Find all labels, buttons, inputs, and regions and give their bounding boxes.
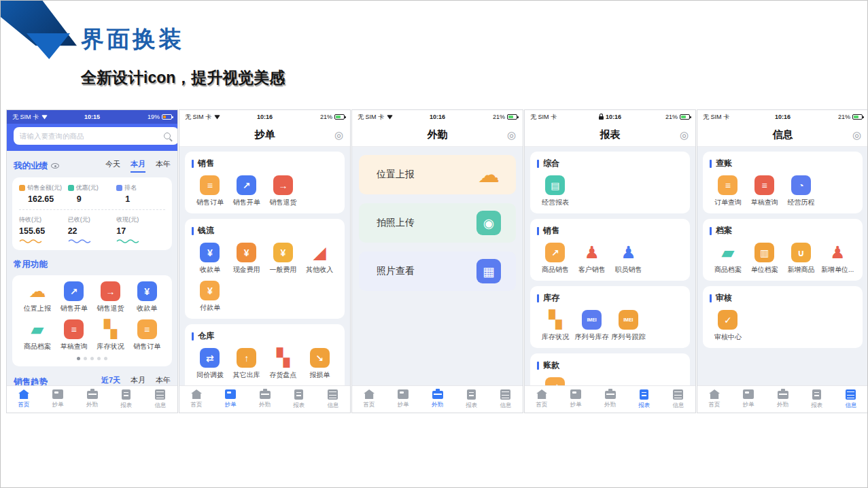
tab-orders[interactable]: 抄单	[386, 386, 420, 413]
menu-item[interactable]: ◢其他收入	[301, 243, 338, 275]
imei-track-icon: IMEI	[619, 310, 638, 330]
quick-item[interactable]: ☁位置上报	[19, 281, 56, 313]
tab-field[interactable]: 外勤	[247, 386, 281, 413]
tab-info[interactable]: 信息	[489, 386, 523, 413]
quick-item[interactable]: →销售退货	[92, 281, 129, 313]
settings-gear-icon[interactable]: ◎	[507, 129, 516, 141]
menu-item[interactable]: ⇄同价调拨	[192, 348, 228, 380]
menu-item[interactable]: ¥一般费用	[265, 243, 302, 275]
quick-item[interactable]: ▚库存状况	[92, 319, 129, 351]
tab-orders[interactable]: 抄单	[731, 386, 765, 413]
tab-field[interactable]: 外勤	[75, 386, 109, 413]
tab-home[interactable]: 首页	[352, 386, 386, 413]
tab-reports[interactable]: 报表	[455, 386, 489, 413]
wifi-icon	[387, 115, 393, 120]
quick-item[interactable]: ≡销售订单	[128, 319, 165, 351]
report-icon	[812, 389, 821, 400]
tab-this-year[interactable]: 本年	[156, 159, 171, 173]
briefcase-icon	[778, 391, 788, 399]
tab-reports[interactable]: 报表	[109, 386, 143, 413]
quick-item[interactable]: ≡草稿查询	[56, 319, 92, 351]
tab-orders[interactable]: 抄单	[559, 386, 593, 413]
menu-item[interactable]: ✓审核中心	[710, 310, 746, 342]
report-icon	[467, 389, 476, 400]
group-card-sales: 销售 ≡销售订单 ↗销售开单 →销售退货	[185, 152, 345, 213]
tab-field[interactable]: 外勤	[593, 386, 627, 413]
menu-item[interactable]: ♟新增单位...	[819, 243, 856, 275]
tab-field[interactable]: 外勤	[765, 386, 799, 413]
search-icon[interactable]	[164, 133, 171, 139]
stat-received: 已收(元) 22	[68, 215, 117, 244]
menu-item[interactable]: ≡订单查询	[710, 175, 746, 207]
tab-orders[interactable]: 抄单	[41, 386, 75, 413]
pagination-dots[interactable]	[19, 357, 165, 360]
battery-icon	[334, 114, 345, 120]
settings-gear-icon[interactable]: ◎	[680, 129, 689, 141]
battery-icon	[507, 114, 517, 120]
banner-photo-upload[interactable]: 拍照上传 ◉	[359, 203, 516, 243]
settings-gear-icon[interactable]: ◎	[334, 129, 343, 141]
return-arrow-icon: →	[101, 281, 120, 301]
tab-home[interactable]: 首页	[525, 386, 559, 413]
menu-item[interactable]: ↗销售开单	[228, 175, 265, 207]
menu-item[interactable]: ♟客户销售	[574, 243, 610, 275]
group-title: 库存	[537, 292, 683, 304]
tab-home[interactable]: 首页	[7, 386, 41, 413]
quick-item[interactable]: ▰商品档案	[19, 319, 56, 351]
corner-decoration-triangle	[27, 33, 70, 59]
menu-item[interactable]: ↑其它出库	[228, 348, 265, 380]
tab-info[interactable]: 信息	[661, 386, 695, 413]
menu-item[interactable]: ↘报损单	[301, 348, 338, 380]
menu-item[interactable]: ▰商品档案	[710, 243, 746, 275]
menu-item[interactable]: ▚存货盘点	[265, 348, 302, 380]
draft-box-icon: ≡	[754, 175, 774, 195]
status-bar: 无 SIM 卡 10:16 21%	[525, 110, 695, 124]
tab-field[interactable]: 外勤	[420, 386, 454, 413]
menu-item[interactable]: ¥现金费用	[228, 243, 265, 275]
menu-item[interactable]: ◔经营历程	[783, 175, 820, 207]
tab-reports[interactable]: 报表	[627, 386, 661, 413]
menu-item[interactable]: ▤经营报表	[537, 175, 574, 207]
tab-home[interactable]: 首页	[697, 386, 731, 413]
stat-receivable: 待收(元) 155.65	[19, 215, 68, 244]
menu-item[interactable]: ▥单位档案	[746, 243, 783, 275]
eye-icon[interactable]	[51, 163, 59, 169]
tab-today[interactable]: 今天	[105, 159, 120, 173]
menu-item[interactable]: →销售退货	[265, 175, 302, 207]
stock-boxes-icon: ▚	[273, 348, 293, 368]
tab-bar: 首页 抄单 外勤 报表 信息	[352, 385, 523, 413]
report-icon	[640, 389, 648, 400]
tab-info[interactable]: 信息	[143, 386, 177, 413]
menu-item[interactable]: ¥收款单	[192, 243, 228, 275]
menu-item[interactable]: ↗商品销售	[537, 243, 574, 275]
menu-item[interactable]: ▚库存状况	[537, 310, 574, 342]
banner-location-report[interactable]: 位置上报 ☁	[359, 155, 516, 194]
group-card-cashflow: 钱流 ¥收款单 ¥现金费用 ¥一般费用 ◢其他收入 ¥付款单	[185, 219, 345, 319]
tab-orders[interactable]: 抄单	[213, 386, 247, 413]
tab-reports[interactable]: 报表	[800, 386, 834, 413]
menu-item[interactable]: IMEI序列号跟踪	[610, 310, 647, 342]
menu-item[interactable]: ≡销售订单	[192, 175, 228, 207]
search-input[interactable]	[14, 127, 178, 145]
menu-item[interactable]: ♟职员销售	[610, 243, 647, 275]
tab-reports[interactable]: 报表	[282, 386, 316, 413]
menu-item[interactable]: ¥付款单	[192, 281, 228, 313]
tab-home[interactable]: 首页	[179, 386, 213, 413]
clipboard-lines-icon: ≡	[200, 175, 220, 195]
menu-item[interactable]: ∪新增商品	[783, 243, 820, 275]
tab-info[interactable]: 信息	[834, 386, 868, 413]
quick-item[interactable]: ¥收款单	[128, 281, 165, 313]
battery-icon	[162, 114, 172, 120]
quick-item[interactable]: ↗销售开单	[56, 281, 92, 313]
lock-icon	[599, 116, 604, 120]
banner-photo-view[interactable]: 照片查看 ▦	[359, 251, 516, 291]
briefcase-icon	[260, 391, 271, 399]
tab-info[interactable]: 信息	[316, 386, 350, 413]
settings-gear-icon[interactable]: ◎	[852, 129, 861, 141]
menu-item[interactable]: ≡草稿查询	[746, 175, 783, 207]
status-bar: 无 SIM 卡 10:16 21%	[697, 110, 868, 124]
menu-item[interactable]: IMEI序列号库存	[574, 310, 610, 342]
screen-field: 无 SIM 卡 10:16 21% 外勤◎ 位置上报 ☁ 拍照上传 ◉ 照片查看…	[351, 109, 523, 413]
tab-this-month[interactable]: 本月	[131, 159, 145, 173]
unit-box-icon: ▥	[754, 243, 774, 262]
